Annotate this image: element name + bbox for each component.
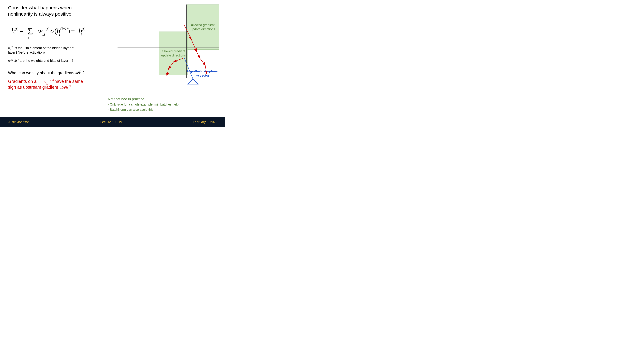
svg-text:/∂: /∂ [63, 85, 66, 89]
svg-text:∂: ∂ [60, 85, 61, 89]
svg-text:,: , [14, 59, 15, 62]
hypothetical-label: hypothetical optimal w vector [187, 69, 219, 77]
svg-text:(ℓ): (ℓ) [11, 45, 13, 48]
svg-text:+: + [71, 27, 75, 35]
svg-text:w: w [38, 27, 43, 35]
svg-text:(before activation): (before activation) [18, 50, 45, 54]
svg-text:ℓ: ℓ [71, 58, 73, 63]
svg-text:What can we say about the grad: What can we say about the gradients on [8, 71, 80, 75]
svg-text:): ) [68, 27, 70, 35]
svg-text:(ℓ): (ℓ) [46, 27, 49, 31]
footer-bar: Justin Johnson Lecture 10 - 19 February … [0, 117, 226, 127]
svg-text:i: i [68, 88, 68, 91]
svg-text:h: h [66, 85, 68, 89]
green-box-top-right: allowed gradient update directions [187, 4, 219, 49]
not-bad-section: Not that bad in practice: - Only true fo… [108, 96, 219, 112]
diagram-container: allowed gradient update directions allow… [108, 4, 219, 115]
not-bad-point1: - Only true for a single example, miniba… [108, 102, 219, 107]
footer-author: Justin Johnson [8, 120, 30, 124]
svg-text:Gradients on all: Gradients on all [8, 79, 38, 84]
svg-text:h: h [8, 46, 10, 50]
explanation-text: h i (ℓ) is the i th element of the hidde… [8, 45, 108, 65]
svg-text:(ℓ): (ℓ) [15, 27, 18, 31]
svg-text:(ℓ): (ℓ) [78, 70, 81, 73]
svg-text:sign as upstream gradient: sign as upstream gradient [8, 85, 58, 90]
svg-marker-51 [188, 79, 198, 84]
svg-text:(ℓ): (ℓ) [69, 85, 71, 87]
svg-text:?: ? [82, 70, 84, 75]
not-bad-title: Not that bad in practice: [108, 96, 219, 102]
left-panel: Consider what happens whennonlinearity i… [8, 4, 108, 115]
svg-text:i: i [81, 33, 82, 36]
slide-title: Consider what happens whennonlinearity i… [8, 4, 108, 17]
formula-display: h i (ℓ) = Σ j w i,j (ℓ) σ ( h j (ℓ−1) [11, 21, 108, 42]
right-panel: allowed gradient update directions allow… [108, 4, 219, 115]
footer-date: February 6, 2022 [193, 120, 217, 124]
svg-text:=: = [20, 27, 24, 35]
question-text: What can we say about the gradients on w… [8, 70, 108, 78]
svg-text:(: ( [54, 27, 57, 35]
svg-text:(ℓ−1): (ℓ−1) [60, 27, 68, 30]
footer-lecture: Lecture 10 - 19 [100, 120, 122, 124]
svg-text:Σ: Σ [27, 26, 33, 36]
svg-text:i: i [25, 46, 26, 50]
svg-line-56 [200, 58, 205, 65]
svg-text:ℓ: ℓ [16, 50, 18, 54]
vertical-axis [186, 4, 187, 78]
svg-text:j: j [28, 36, 29, 39]
green-box-mid-left-label: allowed gradient update directions [160, 49, 186, 57]
svg-line-55 [196, 51, 200, 58]
svg-text:th element of the hidden layer: th element of the hidden layer at [26, 46, 74, 50]
svg-text:b: b [15, 58, 17, 63]
not-bad-point2: - BatchNorm can also avoid this [108, 107, 219, 112]
svg-text:(ℓ): (ℓ) [82, 27, 85, 31]
svg-text:i,j: i,j [42, 33, 45, 36]
svg-text:are the weights and bias of la: are the weights and bias of layer [20, 59, 68, 62]
svg-text:have the same: have the same [54, 79, 83, 84]
gradient-statement: Gradients on all w i,j (ell) have the sa… [8, 79, 108, 93]
horizontal-axis [118, 47, 219, 47]
svg-text:w: w [8, 58, 10, 63]
svg-text:is the: is the [14, 46, 22, 50]
svg-text:(ell): (ell) [50, 79, 54, 82]
svg-text:(ℓ): (ℓ) [10, 58, 13, 61]
svg-text:w: w [43, 79, 46, 84]
green-box-top-right-label: allowed gradient update directions [188, 23, 217, 31]
svg-text:layer: layer [8, 50, 16, 54]
green-box-mid-left: allowed gradient update directions [158, 31, 188, 75]
svg-text:σ: σ [50, 27, 54, 35]
svg-text:i: i [14, 32, 15, 36]
svg-text:(ℓ): (ℓ) [17, 58, 19, 61]
